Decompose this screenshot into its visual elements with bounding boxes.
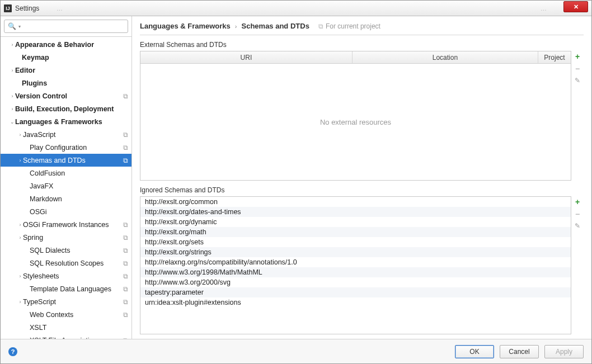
titlebar: IJ Settings … … ✕: [1, 1, 591, 16]
external-schemas-section: External Schemas and DTDs URI Location P…: [132, 35, 591, 181]
col-project[interactable]: Project: [538, 51, 571, 63]
sidebar-item[interactable]: SQL Dialects⧉: [1, 244, 131, 257]
sidebar-item-label: SQL Resolution Scopes: [30, 259, 121, 267]
settings-tree[interactable]: ›Appearance & BehaviorKeymap›EditorPlugi…: [1, 37, 131, 339]
settings-sidebar: 🔍 ▾ ›Appearance & BehaviorKeymap›EditorP…: [1, 16, 132, 339]
sidebar-item-label: ColdFusion: [30, 169, 128, 177]
edit-external-button[interactable]: ✎: [575, 77, 580, 84]
sidebar-item-label: Editor: [15, 67, 128, 74]
ignored-schema-row[interactable]: http://exslt.org/dynamic: [140, 217, 571, 227]
help-button[interactable]: ?: [8, 347, 17, 356]
sidebar-item[interactable]: Markdown: [1, 192, 131, 205]
project-scope-icon: ⧉: [123, 157, 128, 164]
tree-arrow-icon[interactable]: ›: [10, 93, 15, 99]
sidebar-item[interactable]: XSLT File Associations⧉: [1, 334, 131, 339]
cancel-button[interactable]: Cancel: [500, 345, 539, 358]
col-location[interactable]: Location: [353, 51, 538, 63]
sidebar-item[interactable]: ›Spring⧉: [1, 231, 131, 244]
sidebar-item[interactable]: ›TypeScript⧉: [1, 295, 131, 308]
ok-button[interactable]: OK: [455, 345, 494, 358]
ignored-schemas-list[interactable]: http://exslt.org/commonhttp://exslt.org/…: [140, 197, 571, 334]
close-icon: ✕: [574, 3, 579, 11]
app-icon: IJ: [4, 4, 12, 12]
ignored-schema-row[interactable]: tapestry:parameter: [140, 287, 571, 297]
sidebar-item-label: Markdown: [30, 195, 128, 203]
add-external-button[interactable]: +: [575, 52, 580, 61]
ignored-schema-row[interactable]: http://exslt.org/math: [140, 227, 571, 237]
ignored-schemas-table[interactable]: http://exslt.org/commonhttp://exslt.org/…: [140, 196, 571, 334]
breadcrumb-seg-2: Schemas and DTDs: [242, 22, 309, 30]
sidebar-item[interactable]: ›Schemas and DTDs⧉: [1, 154, 131, 167]
ignored-schema-row[interactable]: http://www.w3.org/1998/Math/MathML: [140, 267, 571, 277]
for-current-project-label: For current project: [326, 22, 380, 30]
sidebar-item[interactable]: ⌄Languages & Frameworks: [1, 115, 131, 128]
tree-arrow-icon[interactable]: ›: [17, 222, 23, 228]
col-uri[interactable]: URI: [140, 51, 353, 63]
external-schemas-table[interactable]: URI Location Project No external resourc…: [140, 51, 571, 181]
sidebar-item-label: TypeScript: [23, 298, 121, 306]
window-close-button[interactable]: ✕: [563, 1, 588, 12]
ignored-schema-row[interactable]: http://www.w3.org/2000/svg: [140, 277, 571, 287]
ignored-schema-row[interactable]: urn:idea:xslt-plugin#extensions: [140, 297, 571, 308]
external-schemas-empty: No external resources: [140, 64, 571, 180]
search-container: 🔍 ▾: [1, 16, 131, 37]
remove-ignored-button[interactable]: −: [575, 210, 580, 219]
sidebar-item-label: XSLT: [30, 324, 128, 332]
ignored-schema-row[interactable]: http://exslt.org/strings: [140, 247, 571, 257]
breadcrumb-seg-1[interactable]: Languages & Frameworks: [140, 22, 231, 30]
breadcrumb: Languages & Frameworks › Schemas and DTD…: [132, 16, 591, 35]
edit-ignored-button[interactable]: ✎: [575, 222, 580, 230]
sidebar-item-label: Languages & Frameworks: [15, 118, 128, 126]
ignored-schema-row[interactable]: http://exslt.org/sets: [140, 237, 571, 247]
sidebar-item[interactable]: ›JavaScript⧉: [1, 128, 131, 141]
add-ignored-button[interactable]: +: [575, 197, 580, 206]
sidebar-item[interactable]: ColdFusion: [1, 167, 131, 179]
sidebar-item[interactable]: XSLT: [1, 321, 131, 334]
ignored-schema-row[interactable]: http://exslt.org/common: [140, 197, 571, 207]
tree-arrow-icon[interactable]: ›: [17, 299, 23, 305]
project-scope-icon: ⧉: [123, 247, 128, 254]
project-scope-icon: ⧉: [123, 221, 128, 229]
tree-arrow-icon[interactable]: ⌄: [10, 119, 15, 125]
chevron-right-icon: ›: [235, 23, 237, 30]
sidebar-item-label: Build, Execution, Deployment: [15, 105, 128, 113]
sidebar-item-label: Schemas and DTDs: [23, 157, 121, 164]
tree-arrow-icon[interactable]: ›: [17, 273, 23, 279]
tree-arrow-icon[interactable]: ›: [10, 42, 15, 48]
search-input[interactable]: [21, 21, 124, 32]
remove-external-button[interactable]: −: [575, 64, 580, 73]
tree-arrow-icon[interactable]: ›: [17, 235, 23, 240]
sidebar-item[interactable]: SQL Resolution Scopes⧉: [1, 257, 131, 270]
background-tab-hint: …: [57, 5, 63, 12]
sidebar-item[interactable]: Template Data Languages⧉: [1, 282, 131, 295]
sidebar-item[interactable]: OSGi: [1, 205, 131, 218]
sidebar-item[interactable]: ›Editor: [1, 64, 131, 77]
sidebar-item-label: Spring: [23, 234, 121, 242]
sidebar-item[interactable]: Plugins: [1, 77, 131, 89]
tree-arrow-icon[interactable]: ›: [17, 132, 23, 138]
sidebar-item[interactable]: Keymap: [1, 51, 131, 64]
sidebar-item-label: SQL Dialects: [30, 247, 121, 254]
search-field[interactable]: 🔍 ▾: [4, 20, 128, 33]
ignored-schema-row[interactable]: http://relaxng.org/ns/compatibility/anno…: [140, 257, 571, 267]
for-current-project: ⧉ For current project: [318, 22, 380, 30]
sidebar-item-label: Keymap: [22, 54, 128, 62]
tree-arrow-icon[interactable]: ›: [10, 106, 15, 112]
sidebar-item[interactable]: JavaFX: [1, 179, 131, 192]
dialog-body: 🔍 ▾ ›Appearance & BehaviorKeymap›EditorP…: [1, 16, 591, 339]
sidebar-item[interactable]: Play Configuration⧉: [1, 141, 131, 154]
sidebar-item[interactable]: Web Contexts⧉: [1, 308, 131, 321]
sidebar-item[interactable]: ›Stylesheets⧉: [1, 270, 131, 282]
ignored-schema-row[interactable]: http://exslt.org/dates-and-times: [140, 207, 571, 217]
tree-arrow-icon[interactable]: ›: [10, 68, 15, 73]
sidebar-item-label: OSGi: [30, 208, 128, 216]
background-right-hint: …: [541, 5, 547, 12]
sidebar-item[interactable]: ›Build, Execution, Deployment: [1, 102, 131, 115]
sidebar-item[interactable]: ›Appearance & Behavior: [1, 38, 131, 51]
sidebar-item-label: Stylesheets: [23, 272, 121, 280]
sidebar-item[interactable]: ›Version Control⧉: [1, 89, 131, 102]
apply-button[interactable]: Apply: [544, 345, 584, 358]
project-scope-icon: ⧉: [318, 22, 323, 30]
sidebar-item[interactable]: ›OSGi Framework Instances⧉: [1, 218, 131, 231]
tree-arrow-icon[interactable]: ›: [17, 158, 23, 163]
